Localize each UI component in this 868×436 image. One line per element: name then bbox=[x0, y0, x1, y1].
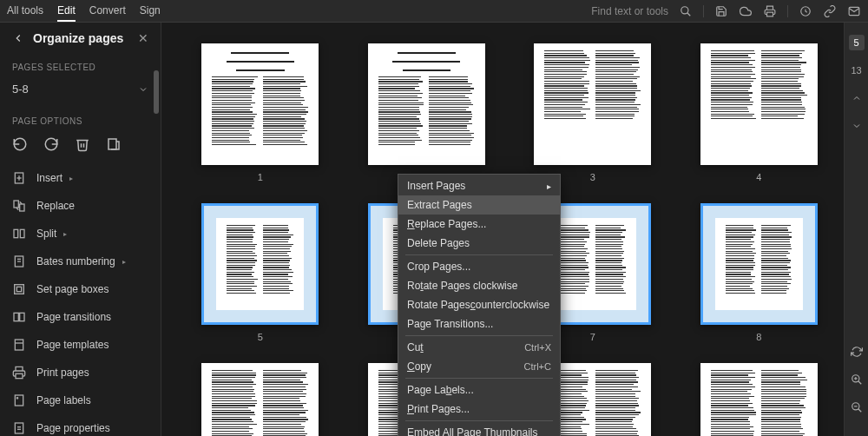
rail-refresh-icon[interactable] bbox=[849, 344, 865, 360]
svg-line-33 bbox=[858, 409, 861, 413]
search-input[interactable]: Find text or tools bbox=[591, 5, 668, 17]
page-thumb[interactable] bbox=[196, 363, 325, 436]
panel-title: Organize pages bbox=[33, 31, 123, 45]
insert-option[interactable]: Insert▸ bbox=[0, 164, 161, 192]
replace-option[interactable]: Replace bbox=[0, 192, 161, 220]
svg-rect-12 bbox=[20, 229, 24, 237]
setboxes-option[interactable]: Set page boxes bbox=[0, 275, 161, 303]
extract-icon[interactable] bbox=[106, 136, 122, 152]
trash-icon[interactable] bbox=[75, 136, 90, 152]
rail-zoomin-icon[interactable] bbox=[849, 372, 865, 387]
svg-rect-22 bbox=[16, 373, 23, 378]
split-option[interactable]: Split▸ bbox=[0, 220, 161, 248]
page-thumb[interactable]: 2 bbox=[363, 43, 491, 182]
svg-line-1 bbox=[687, 12, 691, 16]
sidebar-scrollbar[interactable] bbox=[154, 70, 159, 114]
page-thumb[interactable]: 5 bbox=[196, 203, 325, 342]
mail-icon[interactable] bbox=[847, 4, 861, 18]
ctx-page-labels[interactable]: Page Labels... bbox=[398, 380, 560, 400]
cloud-icon[interactable] bbox=[739, 4, 753, 18]
svg-rect-23 bbox=[15, 395, 23, 406]
svg-rect-16 bbox=[15, 285, 24, 294]
page-options-label: PAGE OPTIONS bbox=[0, 108, 161, 131]
ctx-print-pages[interactable]: Print Pages... bbox=[398, 400, 560, 419]
svg-point-0 bbox=[681, 6, 688, 13]
print-option[interactable]: Print pages bbox=[0, 359, 161, 386]
page-thumb[interactable] bbox=[695, 363, 824, 436]
ctx-transitions[interactable]: Page Transitions... bbox=[398, 314, 560, 334]
ctx-replace-pages[interactable]: Replace Pages... bbox=[398, 215, 560, 234]
context-menu: Insert Pages▸ Extract Pages Replace Page… bbox=[398, 174, 561, 436]
svg-rect-2 bbox=[767, 12, 773, 17]
thumb-number: 5 bbox=[258, 332, 263, 342]
thumb-number: 8 bbox=[756, 332, 761, 342]
ctx-cut[interactable]: CutCtrl+X bbox=[398, 338, 560, 357]
ctx-insert-pages[interactable]: Insert Pages▸ bbox=[398, 176, 560, 195]
thumb-number: 7 bbox=[590, 332, 595, 342]
right-rail: 5 13 bbox=[844, 23, 868, 436]
tab-edit[interactable]: Edit bbox=[57, 1, 76, 22]
rail-total-pages: 13 bbox=[849, 63, 865, 78]
svg-point-24 bbox=[16, 398, 17, 399]
thumb-number: 4 bbox=[756, 172, 761, 182]
search-icon[interactable] bbox=[679, 4, 693, 18]
link-icon[interactable] bbox=[823, 4, 837, 18]
svg-rect-10 bbox=[20, 204, 24, 211]
rail-up-icon[interactable] bbox=[849, 90, 865, 106]
rail-zoomout-icon[interactable] bbox=[849, 400, 865, 415]
share-icon[interactable] bbox=[799, 4, 812, 18]
transitions-option[interactable]: Page transitions bbox=[0, 303, 161, 331]
ctx-crop-pages[interactable]: Crop Pages... bbox=[398, 257, 560, 276]
top-tabs: All tools Edit Convert Sign bbox=[7, 1, 161, 22]
page-thumb[interactable]: 3 bbox=[529, 43, 657, 182]
svg-rect-5 bbox=[108, 139, 116, 149]
page-thumb[interactable]: 1 bbox=[196, 43, 325, 182]
tab-alltools[interactable]: All tools bbox=[7, 1, 43, 22]
svg-line-29 bbox=[858, 381, 861, 385]
print-icon[interactable] bbox=[763, 4, 777, 18]
thumb-number: 1 bbox=[258, 172, 263, 182]
tab-sign[interactable]: Sign bbox=[140, 1, 161, 22]
page-thumb[interactable]: 4 bbox=[695, 43, 824, 182]
sidebar: Organize pages ✕ PAGES SELECTED 5-8 PAGE… bbox=[0, 23, 161, 436]
rail-current-page[interactable]: 5 bbox=[849, 35, 865, 50]
rail-down-icon[interactable] bbox=[849, 118, 865, 134]
thumb-number: 3 bbox=[590, 172, 595, 182]
topbar: All tools Edit Convert Sign Find text or… bbox=[0, 0, 868, 23]
ctx-delete-pages[interactable]: Delete Pages bbox=[398, 234, 560, 253]
chevron-down-icon bbox=[138, 84, 148, 95]
svg-rect-11 bbox=[14, 229, 18, 237]
ctx-embed-all[interactable]: Embed All Page Thumbnails bbox=[398, 423, 560, 436]
page-thumb[interactable]: 8 bbox=[695, 203, 824, 342]
ctx-rotate-ccw[interactable]: Rotate Pages counterclockwise bbox=[398, 295, 560, 314]
redo-icon[interactable] bbox=[43, 136, 59, 152]
pages-selected-label: PAGES SELECTED bbox=[0, 54, 161, 77]
svg-rect-18 bbox=[14, 313, 18, 320]
templates-option[interactable]: Page templates bbox=[0, 331, 161, 359]
labels-option[interactable]: Page labels bbox=[0, 386, 161, 414]
properties-option[interactable]: Page properties bbox=[0, 414, 161, 436]
svg-rect-9 bbox=[14, 201, 18, 208]
save-icon[interactable] bbox=[714, 4, 728, 18]
ctx-extract-pages[interactable]: Extract Pages bbox=[398, 195, 560, 215]
tab-convert[interactable]: Convert bbox=[89, 1, 126, 22]
close-icon[interactable]: ✕ bbox=[138, 31, 148, 45]
bates-option[interactable]: Bates numbering▸ bbox=[0, 248, 161, 275]
svg-rect-25 bbox=[15, 423, 23, 433]
undo-icon[interactable] bbox=[12, 136, 28, 152]
page-range-select[interactable]: 5-8 bbox=[0, 77, 161, 108]
ctx-rotate-cw[interactable]: Rotate Pages clockwise bbox=[398, 276, 560, 295]
back-icon[interactable] bbox=[12, 32, 24, 44]
svg-rect-20 bbox=[15, 340, 23, 350]
ctx-copy[interactable]: CopyCtrl+C bbox=[398, 357, 560, 376]
svg-rect-17 bbox=[16, 287, 21, 291]
svg-rect-19 bbox=[20, 313, 24, 320]
